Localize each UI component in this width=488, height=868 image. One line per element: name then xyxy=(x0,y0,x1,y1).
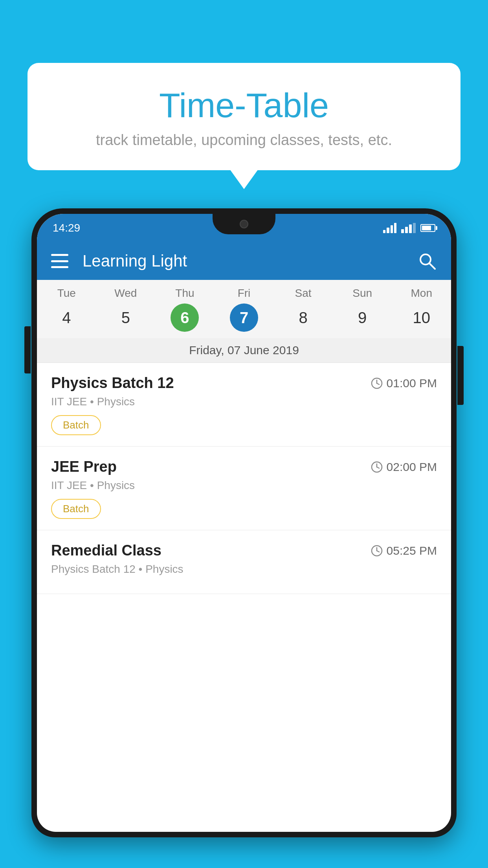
bubble-subtitle: track timetable, upcoming classes, tests… xyxy=(51,132,437,149)
day-name-label: Wed xyxy=(114,287,137,300)
day-number: 8 xyxy=(289,303,317,332)
schedule-item-header: Physics Batch 1201:00 PM xyxy=(51,375,437,392)
svg-line-4 xyxy=(377,383,379,384)
signal-icon xyxy=(401,223,416,233)
day-name-label: Mon xyxy=(411,287,432,300)
day-number: 9 xyxy=(348,303,376,332)
calendar-day-sat[interactable]: Sat8 xyxy=(273,287,333,338)
speech-bubble: Time-Table track timetable, upcoming cla… xyxy=(28,63,460,170)
day-number: 5 xyxy=(112,303,140,332)
day-number: 7 xyxy=(230,303,258,332)
day-number: 6 xyxy=(171,303,199,332)
calendar-week-row: Tue4Wed5Thu6Fri7Sat8Sun9Mon10 xyxy=(37,280,451,338)
menu-line xyxy=(51,254,68,256)
phone-frame: 14:29 xyxy=(31,208,457,868)
search-icon xyxy=(418,252,437,270)
day-name-label: Sat xyxy=(295,287,312,300)
battery-icon xyxy=(420,224,435,232)
search-button[interactable] xyxy=(417,251,437,271)
schedule-item-title: JEE Prep xyxy=(51,458,117,475)
phone-screen: 14:29 xyxy=(37,214,451,832)
schedule-item-subtitle: IIT JEE • Physics xyxy=(51,395,437,408)
schedule-item-title: Physics Batch 12 xyxy=(51,375,174,392)
status-icons xyxy=(383,223,435,233)
hamburger-menu-icon[interactable] xyxy=(51,254,68,268)
clock-icon xyxy=(371,377,383,389)
app-bar: Learning Light xyxy=(37,242,451,280)
day-name-label: Thu xyxy=(175,287,194,300)
bubble-title: Time-Table xyxy=(51,86,437,125)
svg-line-10 xyxy=(377,551,379,552)
speech-bubble-container: Time-Table track timetable, upcoming cla… xyxy=(28,63,460,170)
calendar-day-fri[interactable]: Fri7 xyxy=(215,287,274,338)
menu-line xyxy=(51,266,68,268)
clock-icon xyxy=(371,545,383,557)
schedule-item[interactable]: Physics Batch 1201:00 PMIIT JEE • Physic… xyxy=(37,363,451,447)
svg-line-7 xyxy=(377,467,379,468)
day-number: 4 xyxy=(52,303,81,332)
day-name-label: Sun xyxy=(352,287,372,300)
batch-badge: Batch xyxy=(51,415,101,435)
wifi-icon xyxy=(383,223,396,233)
day-number: 10 xyxy=(407,303,436,332)
schedule-item-header: JEE Prep02:00 PM xyxy=(51,458,437,475)
status-time: 14:29 xyxy=(53,222,80,234)
camera xyxy=(240,220,248,228)
schedule-item-subtitle: IIT JEE • Physics xyxy=(51,479,437,492)
calendar-day-thu[interactable]: Thu6 xyxy=(155,287,215,338)
schedule-item-subtitle: Physics Batch 12 • Physics xyxy=(51,563,437,576)
day-name-label: Tue xyxy=(57,287,76,300)
schedule-item-title: Remedial Class xyxy=(51,542,161,559)
schedule-item-header: Remedial Class05:25 PM xyxy=(51,542,437,559)
calendar-day-wed[interactable]: Wed5 xyxy=(96,287,156,338)
day-name-label: Fri xyxy=(238,287,251,300)
status-bar: 14:29 xyxy=(37,214,451,242)
app-title: Learning Light xyxy=(83,252,417,270)
selected-date-label: Friday, 07 June 2019 xyxy=(37,338,451,363)
calendar-day-mon[interactable]: Mon10 xyxy=(392,287,451,338)
phone-outer: 14:29 xyxy=(31,208,457,837)
schedule-item[interactable]: Remedial Class05:25 PMPhysics Batch 12 •… xyxy=(37,530,451,594)
schedule-item-time: 01:00 PM xyxy=(371,377,437,390)
schedule-list: Physics Batch 1201:00 PMIIT JEE • Physic… xyxy=(37,363,451,594)
schedule-item-time: 02:00 PM xyxy=(371,460,437,474)
notch xyxy=(213,214,275,234)
menu-line xyxy=(51,260,68,262)
schedule-item-time: 05:25 PM xyxy=(371,544,437,557)
calendar-day-sun[interactable]: Sun9 xyxy=(333,287,392,338)
schedule-item[interactable]: JEE Prep02:00 PMIIT JEE • PhysicsBatch xyxy=(37,447,451,530)
clock-icon xyxy=(371,461,383,473)
svg-line-1 xyxy=(429,263,435,269)
calendar-day-tue[interactable]: Tue4 xyxy=(37,287,96,338)
battery-fill xyxy=(422,226,431,230)
batch-badge: Batch xyxy=(51,499,101,519)
